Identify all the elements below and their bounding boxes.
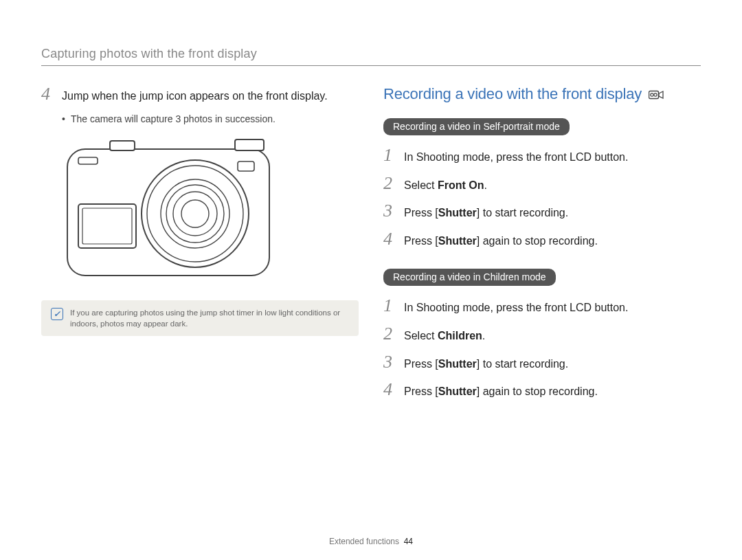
bold: Shutter bbox=[438, 235, 477, 247]
step-number: 1 bbox=[383, 146, 397, 164]
step-text: Press [Shutter] to start recording. bbox=[404, 357, 568, 372]
step-text: Jump when the jump icon appears on the f… bbox=[62, 89, 328, 104]
step-text: Press [Shutter] to start recording. bbox=[404, 205, 568, 221]
svg-rect-2 bbox=[235, 139, 264, 150]
bold: Shutter bbox=[438, 385, 477, 397]
content-columns: 4 Jump when the jump icon appears on the… bbox=[41, 85, 701, 409]
step-text: In Shooting mode, press the front LCD bu… bbox=[404, 150, 628, 165]
svg-rect-10 bbox=[238, 161, 254, 171]
pill-self-portrait: Recording a video in Self-portrait mode bbox=[383, 118, 570, 135]
note-icon: ✓ bbox=[51, 308, 63, 320]
step-a3: 3 Press [Shutter] to start recording. bbox=[383, 202, 701, 221]
t: ] to start recording. bbox=[477, 207, 568, 219]
bold: Children bbox=[438, 330, 482, 341]
step-number: 1 bbox=[383, 297, 397, 315]
svg-point-15 bbox=[654, 93, 657, 96]
step-b3: 3 Press [Shutter] to start recording. bbox=[383, 353, 701, 372]
substep-bullet: The camera will capture 3 photos in succ… bbox=[62, 113, 359, 124]
right-column: Recording a video with the front display… bbox=[383, 85, 701, 409]
substep-text: The camera will capture 3 photos in succ… bbox=[71, 113, 276, 124]
step-text: In Shooting mode, press the front LCD bu… bbox=[404, 300, 628, 315]
step-number: 3 bbox=[383, 202, 397, 220]
page: Capturing photos with the front display … bbox=[0, 0, 742, 560]
step-number: 2 bbox=[383, 175, 397, 192]
t: . bbox=[484, 179, 486, 191]
step-b4: 4 Press [Shutter] again to stop recordin… bbox=[383, 381, 701, 399]
bold: Shutter bbox=[438, 207, 477, 219]
t: Select bbox=[404, 330, 438, 341]
t: Select bbox=[404, 179, 438, 191]
t: Press [ bbox=[404, 385, 438, 397]
header-title: Capturing photos with the front display bbox=[41, 47, 701, 61]
t: ] again to stop recording. bbox=[477, 385, 598, 397]
bold: Front On bbox=[438, 179, 484, 191]
left-column: 4 Jump when the jump icon appears on the… bbox=[41, 85, 359, 409]
svg-rect-1 bbox=[110, 141, 135, 150]
step-a1: 1 In Shooting mode, press the front LCD … bbox=[383, 146, 701, 165]
step-a4: 4 Press [Shutter] again to stop recordin… bbox=[383, 230, 701, 249]
t: Press [ bbox=[404, 207, 438, 219]
footer-label: Extended functions bbox=[329, 537, 399, 546]
step-number: 4 bbox=[383, 381, 397, 399]
step-b1: 1 In Shooting mode, press the front LCD … bbox=[383, 297, 701, 315]
step-text: Press [Shutter] again to stop recording. bbox=[404, 384, 598, 399]
svg-point-14 bbox=[651, 93, 653, 96]
svg-rect-12 bbox=[82, 208, 132, 244]
svg-point-9 bbox=[181, 200, 209, 227]
svg-rect-3 bbox=[78, 157, 98, 164]
step-number: 3 bbox=[383, 353, 397, 371]
camera-svg bbox=[62, 137, 275, 281]
note-text: If you are capturing photos using the ju… bbox=[70, 307, 349, 329]
note-box: ✓ If you are capturing photos using the … bbox=[41, 300, 359, 336]
step-number: 4 bbox=[41, 85, 55, 103]
step-b2: 2 Select Children. bbox=[383, 325, 701, 344]
step-4: 4 Jump when the jump icon appears on the… bbox=[41, 85, 359, 104]
t: ] to start recording. bbox=[477, 358, 568, 370]
step-text: Press [Shutter] again to stop recording. bbox=[404, 234, 598, 249]
step-text: Select Front On. bbox=[404, 178, 487, 193]
step-number: 4 bbox=[383, 230, 397, 248]
running-header: Capturing photos with the front display bbox=[41, 47, 701, 66]
section-heading: Recording a video with the front display bbox=[383, 85, 701, 103]
section-heading-text: Recording a video with the front display bbox=[383, 85, 642, 103]
step-number: 2 bbox=[383, 325, 397, 343]
footer: Extended functions 44 bbox=[0, 537, 742, 546]
t: Press [ bbox=[404, 235, 438, 247]
footer-page-number: 44 bbox=[404, 537, 413, 546]
pill-children: Recording a video in Children mode bbox=[383, 269, 556, 286]
video-icon bbox=[649, 90, 661, 98]
bold: Shutter bbox=[438, 358, 477, 370]
t: Press [ bbox=[404, 358, 438, 370]
step-text: Select Children. bbox=[404, 328, 485, 344]
t: . bbox=[482, 330, 485, 341]
camera-illustration bbox=[62, 137, 359, 284]
header-rule bbox=[41, 65, 701, 66]
step-a2: 2 Select Front On. bbox=[383, 175, 701, 193]
t: ] again to stop recording. bbox=[477, 235, 598, 247]
